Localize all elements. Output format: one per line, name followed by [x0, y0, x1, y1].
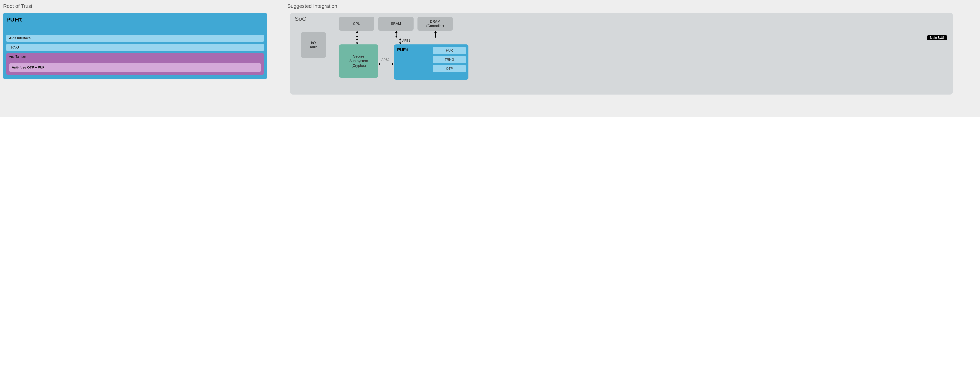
mini-otp: OTP	[433, 65, 466, 72]
arrow-cpu-bus-icon	[356, 31, 358, 38]
pufrt-mini-stack: HUK TRNG OTP	[433, 47, 466, 74]
block-io-mux: I/O mux	[301, 32, 326, 58]
slot-trng: TRNG	[6, 44, 264, 51]
slot-anti-tamper: Anti-Tamper Anti-fuse OTP + PUF	[6, 53, 264, 75]
block-dram: DRAM (Controller)	[417, 17, 453, 31]
soc-label: SoC	[295, 16, 306, 22]
slot-antifuse-otp-puf: Anti-fuse OTP + PUF	[9, 63, 261, 72]
panel-suggested-integration: Suggested Integration SoC I/O mux CPU SR…	[284, 0, 980, 117]
slot-apb-interface: APB Interface	[6, 35, 264, 42]
pufrt-rest: rt	[18, 16, 22, 23]
block-cpu: CPU	[339, 17, 374, 31]
pufrt-card: PUFrt APB Interface TRNG Anti-Tamper Ant…	[3, 13, 267, 79]
arrow-apb2-icon	[378, 63, 394, 65]
pufrt-card-title: PUFrt	[6, 16, 264, 23]
mini-huk: HUK	[433, 47, 466, 54]
pufrt-soc-rest: rt	[406, 47, 408, 52]
label-apb1: APB1	[402, 39, 410, 43]
main-bus-badge: Main BUS	[927, 35, 947, 40]
diagram-root: Root of Trust PUFrt APB Interface TRNG A…	[0, 0, 980, 117]
panel-right-title: Suggested Integration	[287, 3, 977, 9]
pufrt-bold: PUF	[6, 16, 18, 23]
main-bus-line	[326, 38, 949, 38]
arrow-bus-secure-icon	[356, 38, 358, 44]
mini-trng: TRNG	[433, 56, 466, 63]
arrow-dram-bus-icon	[434, 31, 437, 38]
arrow-sram-bus-icon	[395, 31, 398, 38]
panel-root-of-trust: Root of Trust PUFrt APB Interface TRNG A…	[0, 0, 284, 117]
arrow-bus-pufrt-icon	[399, 38, 401, 44]
label-apb2: APB2	[382, 58, 390, 62]
anti-tamper-label: Anti-Tamper	[9, 55, 261, 59]
soc-block: SoC I/O mux CPU SRAM DRAM (Controller) M…	[290, 13, 953, 95]
pufrt-soc-bold: PUF	[397, 47, 406, 52]
block-pufrt-soc: PUFrt HUK TRNG OTP	[394, 44, 468, 80]
block-sram: SRAM	[378, 17, 414, 31]
panel-left-title: Root of Trust	[3, 3, 281, 9]
block-secure-subsystem: Secure Sub-system (Cryptos)	[339, 44, 378, 78]
